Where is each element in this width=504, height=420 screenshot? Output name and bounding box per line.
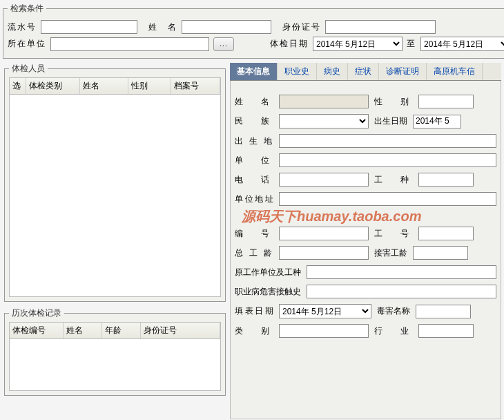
col-examtype: 体检类别 [26,78,80,94]
tab-diagnosis[interactable]: 诊断证明 [379,63,427,80]
form-hazardhistory-input[interactable] [307,285,496,298]
form-poison-input[interactable] [416,305,471,318]
form-birthplace-input[interactable] [279,134,496,148]
form-totalyears-label: 总 工 龄 [235,247,273,259]
form-birthplace-label: 出 生 地 [235,135,273,147]
form-name-input[interactable] [279,95,369,108]
form-name-label: 姓 名 [235,96,273,108]
form-workno-input[interactable] [418,227,474,240]
col-gender: 性别 [128,78,171,94]
form-category-input[interactable] [279,324,369,338]
history-grid-header: 体检编号 姓名 年龄 身份证号 [10,323,220,339]
form-worktype-label: 工 种 [374,174,413,186]
form-poison-label: 毒害名称 [377,305,410,317]
serial-label: 流水号 [8,21,37,33]
tab-symptom[interactable]: 症状 [348,63,379,80]
form-phone-label: 电 话 [235,174,273,186]
tab-career[interactable]: 职业史 [278,63,317,80]
exam-date-label: 体检日期 [270,38,309,50]
history-legend: 历次体检记录 [9,307,64,319]
tab-strip: 基本信息 职业史 病史 症状 诊断证明 高原机车信 [230,63,501,81]
form-serial-input[interactable] [279,227,369,240]
form-unitaddr-label: 单位地址 [235,193,273,205]
col-name: 姓名 [80,78,128,94]
form-workno-label: 工 号 [374,228,413,240]
date-from-select[interactable]: 2014年 5月12日 [313,37,403,51]
form-hazardyears-label: 接害工龄 [374,247,407,259]
tab-plateau[interactable]: 高原机车信 [427,63,483,80]
form-category-label: 类 别 [235,325,273,337]
date-to-label: 至 [407,38,416,50]
col-hname: 姓名 [64,323,102,338]
form-gender-label: 性 别 [374,96,413,108]
form-gender-input[interactable] [418,95,474,108]
form-serial-label: 编 号 [235,228,273,240]
form-prevwork-input[interactable] [307,265,496,279]
date-to-select[interactable]: 2014年 5月12日 [420,37,504,51]
personnel-grid[interactable]: 选 体检类别 姓名 性别 档案号 [9,77,221,297]
id-label: 身份证号 [282,21,321,33]
form-prevwork-label: 原工作单位及工种 [235,267,301,278]
personnel-grid-header: 选 体检类别 姓名 性别 档案号 [10,78,220,95]
form-industry-input[interactable] [418,324,474,338]
search-legend: 检索条件 [8,3,46,15]
tab-basic[interactable]: 基本信息 [230,63,278,80]
form-totalyears-input[interactable] [279,246,369,260]
serial-input[interactable] [41,20,137,34]
form-industry-label: 行 业 [374,325,413,337]
search-name-label: 姓 名 [148,21,177,33]
search-unit-input[interactable] [50,37,209,51]
col-age: 年龄 [102,323,141,338]
form-unitaddr-input[interactable] [279,192,496,206]
form-formdate-select[interactable]: 2014年 5月12日 [279,304,371,318]
search-unit-label: 所在单位 [8,38,46,50]
col-fileno: 档案号 [171,78,220,94]
form-ethnic-select[interactable] [279,114,369,128]
form-unit-label: 单 位 [235,155,273,166]
form-birthdate-input[interactable] [413,115,461,128]
col-select: 选 [10,78,26,94]
personnel-legend: 体检人员 [9,63,48,75]
search-criteria-panel: 检索条件 流水号 姓 名 身份证号 所在单位 ... 体检日期 2014年 5月… [3,3,504,59]
form-ethnic-label: 民 族 [235,115,273,127]
form-hazardyears-input[interactable] [413,246,468,260]
history-grid[interactable]: 体检编号 姓名 年龄 身份证号 [9,322,221,391]
col-examno: 体检编号 [10,323,64,338]
form-birthdate-label: 出生日期 [374,115,407,127]
form-phone-input[interactable] [279,173,369,187]
tab-medical[interactable]: 病史 [317,63,348,80]
history-panel: 历次体检记录 体检编号 姓名 年龄 身份证号 [4,307,226,396]
col-hid: 身份证号 [141,323,220,338]
form-worktype-input[interactable] [418,173,474,187]
search-name-input[interactable] [182,20,271,34]
form-hazardhistory-label: 职业病危害接触史 [235,286,301,298]
id-input[interactable] [325,20,436,34]
browse-unit-button[interactable]: ... [213,37,234,51]
form-unit-input[interactable] [279,153,496,167]
personnel-panel: 体检人员 选 体检类别 姓名 性别 档案号 [4,63,226,302]
basic-info-form: 姓 名 性 别 民 族 出生日期 出 生 地 单 位 电 话 [230,81,501,419]
form-formdate-label: 填表日期 [235,305,273,317]
